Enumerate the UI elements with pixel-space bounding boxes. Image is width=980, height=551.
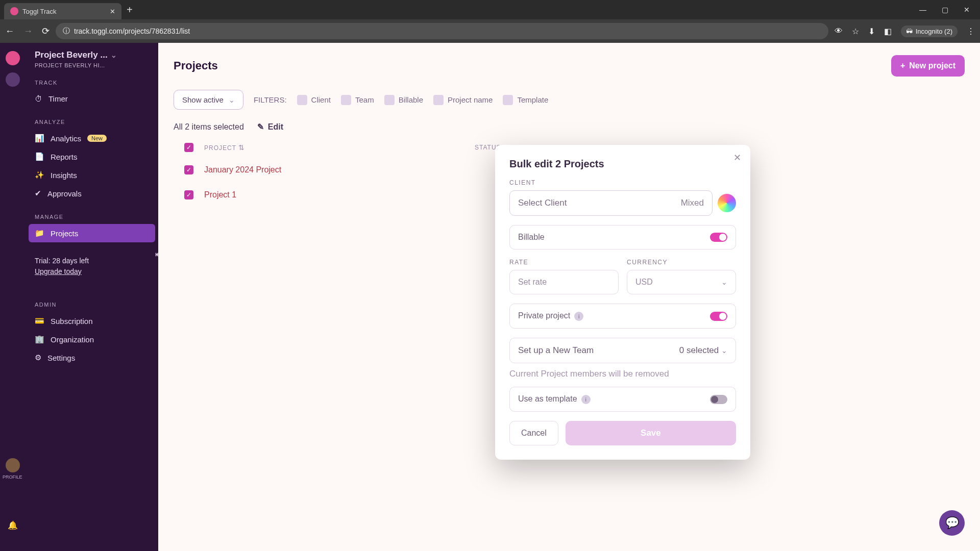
sidebar-item-approvals[interactable]: ✔ Approvals	[26, 184, 158, 203]
main-content: Projects +New project Show active⌄ FILTE…	[158, 43, 980, 551]
sidebar-item-projects[interactable]: 📁 Projects	[29, 224, 155, 242]
chevron-down-icon: ⌄	[111, 51, 117, 59]
client-select[interactable]: Select Client Mixed	[509, 190, 713, 216]
window-close-icon[interactable]: ✕	[964, 6, 970, 14]
sidebar-item-insights[interactable]: ✨ Insights	[26, 166, 158, 184]
template-toggle[interactable]	[710, 395, 727, 404]
team-icon	[341, 95, 351, 105]
eye-off-icon[interactable]: 👁	[835, 27, 843, 36]
profile-avatar[interactable]: PROFILE	[6, 458, 20, 472]
section-track: TRACK	[26, 68, 158, 90]
chevron-down-icon: ⌄	[721, 346, 727, 355]
template-toggle-row: Use as templatei	[509, 387, 736, 412]
filter-billable[interactable]: Billable	[384, 95, 423, 105]
section-manage: MANAGE	[26, 203, 158, 224]
plus-icon: +	[900, 61, 905, 70]
browser-menu-icon[interactable]: ⋮	[967, 27, 975, 36]
billable-toggle-row: Billable	[509, 225, 736, 249]
team-warning: Current Project members will be removed	[509, 368, 736, 380]
nav-back-icon[interactable]: ←	[5, 26, 14, 37]
close-tab-icon[interactable]: ✕	[110, 8, 115, 15]
left-rail: PROFILE 🔔	[0, 43, 26, 551]
tag-icon	[433, 95, 444, 105]
client-label: CLIENT	[509, 179, 736, 186]
select-all-checkbox[interactable]: ✓	[184, 143, 193, 152]
side-panel-icon[interactable]: ◧	[884, 27, 892, 36]
site-info-icon[interactable]: ⓘ	[63, 27, 70, 36]
new-project-button[interactable]: +New project	[891, 55, 965, 77]
nav-forward-icon[interactable]: →	[23, 26, 33, 37]
currency-label: CURRENCY	[627, 259, 736, 266]
sidebar-item-subscription[interactable]: 💳 Subscription	[26, 312, 158, 330]
bulk-edit-modal: ✕ Bulk edit 2 Projects CLIENT Select Cli…	[495, 145, 750, 460]
window-minimize-icon[interactable]: —	[919, 6, 926, 14]
url-field[interactable]: ⓘ track.toggl.com/projects/7862831/list	[56, 23, 828, 39]
upgrade-link[interactable]: Upgrade today	[35, 266, 149, 277]
chevron-down-icon: ⌄	[229, 96, 235, 104]
person-icon	[297, 95, 307, 105]
sidebar-item-reports[interactable]: 📄 Reports	[26, 147, 158, 166]
sidebar: Project Beverly ...⌄ PROJECT BEVERLY HI.…	[26, 43, 158, 551]
team-select[interactable]: Set up a New Team 0 selected ⌄	[509, 338, 736, 363]
rail-app-icon[interactable]	[6, 51, 20, 65]
template-icon	[503, 95, 513, 105]
sidebar-item-organization[interactable]: 🏢 Organization	[26, 330, 158, 348]
rate-input[interactable]: Set rate	[509, 270, 619, 294]
help-chat-icon[interactable]: 💬	[939, 510, 965, 536]
close-icon[interactable]: ✕	[733, 152, 741, 163]
tab-title: Toggl Track	[22, 8, 56, 15]
save-button[interactable]: Save	[566, 421, 736, 445]
info-icon[interactable]: i	[574, 312, 583, 321]
sidebar-item-settings[interactable]: ⚙ Settings	[26, 348, 158, 367]
color-picker-icon[interactable]	[718, 194, 736, 212]
selection-summary: All 2 items selected	[174, 122, 244, 132]
browser-tab-strip: Toggl Track ✕ + — ▢ ✕	[0, 0, 980, 19]
private-toggle[interactable]	[710, 312, 727, 321]
notifications-icon[interactable]: 🔔	[8, 520, 18, 531]
sidebar-item-timer[interactable]: ⏱ Timer	[26, 90, 158, 108]
incognito-chip[interactable]: 🕶 Incognito (2)	[901, 26, 958, 37]
rail-workspace-icon[interactable]	[6, 72, 20, 87]
tab-favicon	[10, 7, 18, 15]
downloads-icon[interactable]: ⬇	[868, 27, 875, 36]
filter-client[interactable]: Client	[297, 95, 331, 105]
bulk-edit-button[interactable]: ✎ Edit	[257, 122, 283, 132]
filters-label: FILTERS:	[254, 95, 287, 104]
page-title: Projects	[174, 59, 218, 72]
filter-project-name[interactable]: Project name	[433, 95, 493, 105]
dollar-icon	[384, 95, 395, 105]
billable-toggle[interactable]	[710, 233, 727, 242]
workspace-switcher[interactable]: Project Beverly ...⌄	[26, 50, 158, 62]
private-toggle-row: Private projecti	[509, 304, 736, 329]
section-admin: ADMIN	[26, 290, 158, 312]
window-maximize-icon[interactable]: ▢	[942, 6, 948, 14]
rate-label: RATE	[509, 259, 619, 266]
sort-icon[interactable]: ⇅	[238, 143, 245, 152]
sidebar-item-analytics[interactable]: 📊 Analytics New	[26, 129, 158, 147]
url-text: track.toggl.com/projects/7862831/list	[74, 27, 190, 35]
trial-banner: Trial: 28 days left Upgrade today	[35, 256, 149, 277]
filter-team[interactable]: Team	[341, 95, 374, 105]
row-checkbox[interactable]: ✓	[184, 165, 193, 174]
nav-reload-icon[interactable]: ⟳	[42, 26, 50, 37]
chevron-down-icon: ⌄	[721, 278, 727, 286]
bookmark-star-icon[interactable]: ☆	[852, 27, 859, 36]
workspace-subtitle: PROJECT BEVERLY HI...	[26, 62, 158, 68]
modal-title: Bulk edit 2 Projects	[509, 158, 736, 170]
address-bar: ← → ⟳ ⓘ track.toggl.com/projects/7862831…	[0, 19, 980, 43]
new-tab-button[interactable]: +	[127, 4, 133, 16]
cancel-button[interactable]: Cancel	[509, 421, 558, 445]
filter-template[interactable]: Template	[503, 95, 548, 105]
project-name[interactable]: Project 1	[204, 190, 475, 199]
row-checkbox[interactable]: ✓	[184, 190, 193, 199]
show-active-dropdown[interactable]: Show active⌄	[174, 90, 243, 110]
currency-select[interactable]: USD⌄	[627, 270, 736, 294]
browser-tab[interactable]: Toggl Track ✕	[4, 3, 121, 19]
info-icon[interactable]: i	[581, 395, 591, 404]
section-analyze: ANALYZE	[26, 108, 158, 129]
project-name[interactable]: January 2024 Project	[204, 165, 475, 174]
